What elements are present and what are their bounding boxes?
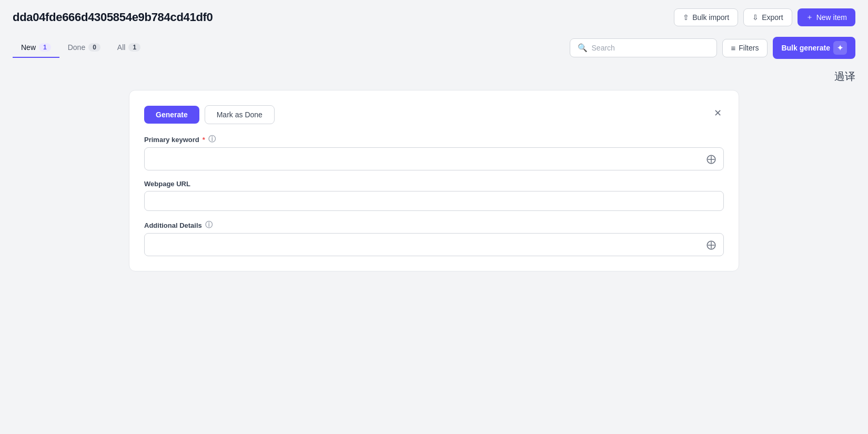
- tab-all[interactable]: All 1: [109, 38, 149, 58]
- mark-as-done-button[interactable]: Mark as Done: [205, 105, 275, 124]
- export-label: Export: [762, 13, 783, 22]
- tab-done[interactable]: Done 0: [59, 38, 109, 58]
- primary-keyword-add-icon[interactable]: ⨁: [706, 153, 716, 165]
- card-close-area: ✕: [712, 105, 724, 121]
- filters-label: Filters: [739, 44, 759, 52]
- additional-details-field: Additional Details ⓘ ⨁: [144, 220, 724, 256]
- additional-details-input[interactable]: [152, 240, 702, 249]
- new-item-label: New item: [816, 13, 847, 22]
- required-star: *: [203, 136, 205, 144]
- primary-keyword-input[interactable]: [152, 155, 702, 163]
- webpage-url-input[interactable]: [152, 197, 716, 205]
- bulk-import-icon: ⇧: [683, 13, 689, 22]
- additional-details-add-icon[interactable]: ⨁: [706, 239, 716, 250]
- card-body: Primary keyword * ⓘ ⨁ Webpage URL: [144, 135, 724, 256]
- primary-keyword-info-icon[interactable]: ⓘ: [208, 135, 216, 144]
- page-id: dda04fde666d4305854e9b784cd41df0: [13, 11, 213, 24]
- tab-new-label: New: [21, 43, 36, 52]
- webpage-url-input-wrapper: [144, 191, 724, 211]
- bulk-generate-label: Bulk generate: [781, 44, 830, 52]
- top-actions: ⇧ Bulk import ⇩ Export ＋ New item: [674, 8, 855, 26]
- new-item-button[interactable]: ＋ New item: [798, 8, 855, 26]
- tab-done-label: Done: [68, 43, 85, 52]
- webpage-url-field: Webpage URL: [144, 180, 724, 211]
- card-header: Generate Mark as Done ✕: [144, 105, 724, 124]
- tab-all-label: All: [117, 43, 126, 52]
- export-button[interactable]: ⇩ Export: [743, 8, 792, 26]
- tab-new[interactable]: New 1: [13, 38, 59, 58]
- primary-keyword-label: Primary keyword * ⓘ: [144, 135, 724, 144]
- search-box[interactable]: 🔍: [570, 38, 717, 57]
- tab-all-badge: 1: [128, 43, 140, 52]
- tab-new-badge: 1: [39, 43, 51, 52]
- primary-keyword-field: Primary keyword * ⓘ ⨁: [144, 135, 724, 170]
- translate-icon[interactable]: 過译: [834, 69, 855, 84]
- webpage-url-label: Webpage URL: [144, 180, 724, 188]
- additional-details-info-icon[interactable]: ⓘ: [205, 220, 213, 230]
- bulk-import-label: Bulk import: [692, 13, 729, 22]
- plus-icon: ＋: [806, 13, 813, 22]
- search-icon: 🔍: [578, 43, 588, 53]
- bulk-generate-button[interactable]: Bulk generate ✦: [773, 37, 855, 59]
- tab-done-badge: 0: [88, 43, 100, 52]
- item-card: Generate Mark as Done ✕ Primary keyword …: [129, 90, 739, 271]
- bulk-import-button[interactable]: ⇧ Bulk import: [674, 8, 738, 26]
- primary-keyword-input-wrapper: ⨁: [144, 147, 724, 170]
- close-button[interactable]: ✕: [712, 105, 724, 121]
- generate-button[interactable]: Generate: [144, 106, 199, 124]
- additional-details-label: Additional Details ⓘ: [144, 220, 724, 230]
- tabs: New 1 Done 0 All 1: [13, 38, 149, 58]
- card-actions: Generate Mark as Done: [144, 105, 275, 124]
- filters-icon: ≡: [731, 44, 736, 53]
- search-input[interactable]: [592, 44, 709, 52]
- form-fields: Primary keyword * ⓘ ⨁ Webpage URL: [144, 135, 724, 256]
- export-icon: ⇩: [752, 13, 759, 22]
- sparkle-icon: ✦: [833, 41, 847, 55]
- filters-area: 🔍 ≡ Filters Bulk generate ✦: [570, 37, 855, 59]
- additional-details-input-wrapper: ⨁: [144, 233, 724, 256]
- filters-button[interactable]: ≡ Filters: [722, 39, 768, 57]
